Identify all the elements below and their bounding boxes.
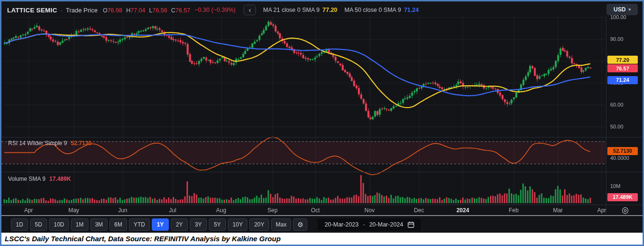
month-label: May bbox=[68, 207, 79, 214]
month-label: Oct bbox=[311, 207, 320, 214]
month-label: Aug bbox=[216, 207, 226, 214]
volume-title-label: Volume SMA 9 bbox=[8, 176, 46, 182]
range-button-6m[interactable]: 6M bbox=[109, 218, 127, 231]
month-label: Feb bbox=[509, 207, 519, 214]
toolbar-gear-icon[interactable]: ⚙ bbox=[293, 218, 307, 231]
change-value: −0.30 (−0.39%) bbox=[195, 7, 235, 13]
axis-price-badge: 71.24 bbox=[607, 76, 638, 84]
caption-text: LSCC's Daily Technical Chart, Data Sourc… bbox=[5, 235, 281, 243]
date-separator: - bbox=[363, 221, 365, 228]
rsi-pane-title: RSI 14 Wilder Simple 9 52.7130 bbox=[8, 140, 91, 147]
month-label: Dec bbox=[414, 207, 424, 214]
range-button-5y[interactable]: 5Y bbox=[209, 218, 226, 231]
range-button-1d[interactable]: 1D bbox=[11, 218, 28, 231]
range-button-10y[interactable]: 10Y bbox=[228, 218, 247, 231]
axis-settings-icon[interactable] bbox=[619, 206, 631, 215]
month-label: Apr bbox=[24, 207, 33, 214]
month-label: 2024 bbox=[457, 207, 469, 214]
trading-chart: LATTICE SEMIC · Trade Price O76.98 H77.0… bbox=[1, 1, 643, 233]
ma50-legend: MA 50 close 0 SMA 9 71.24 bbox=[344, 7, 419, 13]
range-button-max[interactable]: Max bbox=[271, 218, 292, 231]
axis-price-badge: 77.20 bbox=[607, 56, 638, 64]
rsi-title-value: 52.7130 bbox=[71, 140, 91, 147]
time-axis[interactable]: AprMayJunJulAugSepOctNovDec2024FebMarApr bbox=[1, 206, 606, 215]
range-button-10d[interactable]: 10D bbox=[49, 218, 69, 231]
volume-pane-title: Volume SMA 9 17.489K bbox=[8, 176, 71, 182]
range-button-ytd[interactable]: YTD bbox=[129, 218, 150, 231]
axis-tick-label: 50.00 bbox=[610, 124, 624, 129]
ma21-label: MA 21 close 0 SMA 9 bbox=[263, 7, 320, 13]
month-label: Mar bbox=[553, 207, 563, 214]
low-value: 76.56 bbox=[152, 7, 167, 14]
rsi-title-label: RSI 14 Wilder Simple 9 bbox=[8, 140, 67, 147]
range-button-2y[interactable]: 2Y bbox=[171, 218, 188, 231]
range-button-3y[interactable]: 3Y bbox=[190, 218, 207, 231]
calendar-icon bbox=[408, 221, 414, 228]
ma50-label: MA 50 close 0 SMA 9 bbox=[344, 7, 401, 13]
range-button-1y[interactable]: 1Y bbox=[152, 218, 169, 231]
close-value: 76.57 bbox=[176, 7, 190, 14]
series-label: Trade Price bbox=[66, 7, 98, 14]
axis-price-badge: 76.57 bbox=[607, 64, 638, 72]
month-label: Jun bbox=[118, 207, 127, 214]
open-key: O bbox=[103, 7, 107, 14]
range-button-5d[interactable]: 5D bbox=[30, 218, 47, 231]
axis-tick-label: 10M bbox=[610, 183, 620, 189]
ohlc-values: O76.98 H77.04 L76.56 C76.57 bbox=[103, 6, 190, 14]
range-button-3m[interactable]: 3M bbox=[90, 218, 108, 231]
date-from: 20-Mar-2023 bbox=[324, 221, 359, 228]
symbol-name: LATTICE SEMIC bbox=[7, 7, 57, 14]
volume-title-value: 17.489K bbox=[49, 176, 71, 182]
date-range-picker[interactable]: 20-Mar-2023-20-Mar-2024 bbox=[318, 218, 420, 231]
separator-dot: · bbox=[60, 7, 62, 14]
ma50-value: 71.24 bbox=[404, 7, 419, 13]
axis-tick-label: 60.00 bbox=[610, 102, 624, 108]
caption-strip: LSCC's Daily Technical Chart, Data Sourc… bbox=[1, 233, 644, 245]
high-key: H bbox=[126, 7, 130, 14]
range-button-1m[interactable]: 1M bbox=[71, 218, 88, 231]
month-label: Jul bbox=[169, 207, 176, 214]
close-key: C bbox=[171, 7, 176, 14]
chart-screenshot-frame: LATTICE SEMIC · Trade Price O76.98 H77.0… bbox=[0, 0, 644, 246]
range-button-20y[interactable]: 20Y bbox=[249, 218, 269, 231]
axis-scrollbar[interactable] bbox=[1, 215, 643, 216]
high-value: 77.04 bbox=[130, 7, 145, 14]
collapse-legend-button[interactable]: ‹ bbox=[244, 5, 256, 15]
range-toolbar: 1D5D10D1M3M6MYTD1Y2Y3Y5Y10Y20YMax⚙20-Mar… bbox=[1, 216, 643, 233]
currency-select[interactable]: USD ▾ bbox=[606, 4, 638, 15]
ma21-value: 77.20 bbox=[322, 7, 337, 13]
open-value: 76.98 bbox=[107, 7, 122, 14]
month-label: Nov bbox=[364, 207, 374, 214]
axis-tick-label: 40.0000 bbox=[610, 155, 629, 161]
axis-price-badge: 52.7130 bbox=[607, 147, 638, 155]
currency-label: USD bbox=[614, 6, 625, 13]
month-label: Sep bbox=[267, 207, 277, 214]
axis-tick-label: 90.00 bbox=[610, 36, 624, 42]
symbol-header: LATTICE SEMIC · Trade Price O76.98 H77.0… bbox=[7, 4, 419, 16]
date-to: 20-Mar-2024 bbox=[369, 221, 403, 228]
axis-price-badge: 17.489K bbox=[607, 193, 638, 201]
month-label: Apr bbox=[597, 207, 606, 214]
chart-canvas[interactable] bbox=[1, 1, 643, 233]
ma21-legend: MA 21 close 0 SMA 9 77.20 bbox=[263, 7, 337, 13]
chevron-down-icon: ▾ bbox=[628, 7, 631, 12]
